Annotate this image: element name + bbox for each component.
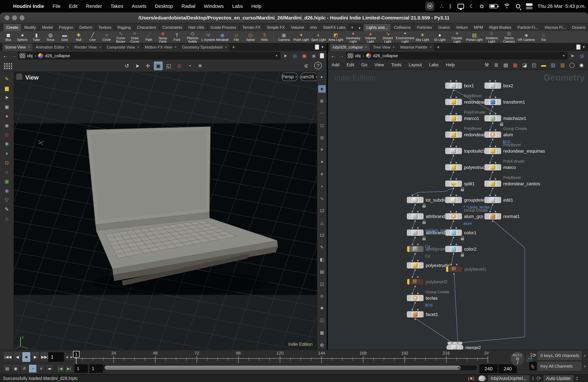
network-path-field[interactable]: obj › d26_collapse ▼ (346, 52, 567, 60)
simulation-signal-icon[interactable]: () (466, 375, 476, 382)
pane-maximize-icon[interactable] (315, 44, 319, 50)
node-input-connector[interactable] (489, 113, 491, 115)
network-node[interactable]: normal1 (484, 213, 501, 220)
menubar-item[interactable]: Assets (132, 3, 147, 9)
node-name-label[interactable]: color2 (464, 247, 476, 252)
shelf-tab[interactable]: Viscous Fl... (541, 24, 569, 31)
network-node[interactable]: matchsize1 (484, 115, 501, 122)
shelf-tool[interactable]: ╱ Line (85, 31, 100, 43)
shelf-tab[interactable]: Rigid Bodies (486, 24, 514, 31)
node-input-connector[interactable] (450, 96, 452, 98)
shelf-tool[interactable]: ♦ Geometry Light (344, 31, 362, 43)
no-live-icon[interactable]: ⊘ (175, 62, 184, 70)
add-pane-tab-button[interactable]: + (230, 43, 237, 51)
node-input-connector[interactable] (489, 146, 491, 147)
shelf-tab[interactable]: Rigging (114, 24, 134, 31)
camera-view-icon[interactable]: ▣ (154, 62, 163, 70)
shelf-tab[interactable]: eho (307, 24, 320, 31)
node-input-connector[interactable] (457, 342, 459, 344)
node-input-connector[interactable] (450, 146, 452, 147)
paint-bottom-icon[interactable]: ✎ (2, 205, 11, 214)
node-input-connector[interactable] (450, 80, 452, 82)
layout-links-icon[interactable]: ⚟ (302, 62, 311, 71)
point-icon[interactable]: • (318, 183, 326, 190)
node-input-connector[interactable] (450, 162, 452, 164)
shelf-tab[interactable]: Modify (21, 24, 39, 31)
node-output-connector[interactable] (453, 106, 454, 108)
timeline-ruler[interactable]: 24487296120144168192216240 (74, 351, 488, 364)
node-output-connector[interactable] (492, 106, 494, 108)
node-output-connector[interactable] (453, 89, 454, 91)
node-name-label[interactable]: normal1 (503, 214, 520, 219)
node-input-connector[interactable] (489, 178, 491, 180)
node-input-connector[interactable] (489, 96, 491, 98)
node-input-connector[interactable] (455, 129, 457, 131)
image-browser-icon[interactable]: ◪ (521, 62, 528, 69)
network-node[interactable]: Group Create alum $OS (484, 131, 501, 138)
menubar-item[interactable]: Windows (204, 3, 224, 9)
node-input-connector[interactable] (411, 260, 413, 262)
node-input-connector[interactable] (489, 129, 491, 131)
node-input-connector[interactable] (450, 194, 452, 196)
close-tab-icon[interactable]: × (67, 45, 69, 49)
update-spinner-icon[interactable]: ▲▼ (576, 376, 578, 381)
node-input-connector[interactable] (417, 243, 419, 245)
node-name-label[interactable]: split1 (464, 181, 475, 186)
shelf-tool[interactable]: ◎ Spiral (243, 31, 257, 43)
wave-icon[interactable]: ∿ (318, 195, 326, 202)
app-menu[interactable]: Houdini Indie (13, 3, 44, 9)
channel-graph-icon[interactable] (529, 362, 537, 370)
shelf-tab[interactable]: Polygon (56, 24, 76, 31)
shelf-tool[interactable]: ☀ Sky Light (414, 31, 431, 43)
follow-selection-icon[interactable]: ◎ (291, 53, 298, 59)
matsphere-icon[interactable]: ◍ (318, 341, 326, 349)
node-input-connector[interactable] (417, 293, 419, 294)
snap-grid-icon[interactable]: ⊞ (318, 97, 326, 105)
path-root[interactable]: obj (355, 53, 361, 58)
path-dropdown-icon[interactable]: ▼ (562, 54, 565, 58)
shelf-tab[interactable]: Texture (95, 24, 114, 31)
node-input-connector[interactable] (455, 162, 457, 164)
shelf-tool[interactable]: ↘ Distant Light (379, 31, 397, 43)
shelf-tab[interactable]: SideFX Labs (320, 24, 349, 31)
node-output-connector[interactable] (453, 122, 454, 124)
find-icon[interactable]: ◯ (568, 62, 576, 69)
shelf-tabs-dropdown-icon[interactable]: ▼ (356, 26, 363, 31)
node-name-label[interactable]: transform1 (503, 100, 525, 105)
network-tree-icon[interactable]: ≣ (493, 62, 500, 69)
node-output-connector[interactable] (492, 155, 494, 157)
node-input-connector[interactable] (411, 211, 413, 212)
shelf-tool[interactable]: ▱ File (229, 31, 243, 43)
network-node[interactable]: color2 (445, 246, 462, 252)
network-node[interactable]: Group Create teclas $OS (407, 295, 424, 301)
node-input-connector[interactable] (451, 342, 453, 344)
close-tab-icon[interactable]: × (430, 45, 432, 49)
timeline-scroll-thumb[interactable] (105, 366, 461, 370)
node-output-connector[interactable] (453, 204, 454, 206)
network-menu-item[interactable]: Go (361, 63, 367, 67)
auto-key-button[interactable]: AUTO (510, 351, 525, 366)
path-node[interactable]: d26_collapse (45, 53, 70, 58)
range-start-field[interactable]: 1 (74, 364, 88, 373)
sim-controls-icon[interactable]: ◂▸ (46, 364, 54, 373)
level-badge[interactable]: 12 (318, 207, 326, 214)
node-name-label[interactable]: polybevel2 (426, 279, 447, 284)
node-output-connector[interactable] (414, 318, 416, 320)
shelf-tool[interactable]: ◌ Sw (535, 31, 552, 43)
playbar-display-icon[interactable]: ▤ (3, 364, 11, 373)
menubar-item[interactable]: Takes (110, 3, 123, 9)
close-tab-icon[interactable]: × (225, 45, 227, 49)
spotlight-icon[interactable] (516, 4, 520, 8)
pane-tab[interactable]: Render View× (72, 43, 104, 51)
shelf-tool[interactable]: ✚ Null (72, 31, 85, 43)
node-input-connector[interactable] (455, 227, 457, 229)
wifi-icon[interactable] (503, 4, 510, 9)
node-input-connector[interactable] (411, 243, 413, 245)
cube-green-icon[interactable]: ▣ (2, 177, 11, 186)
node-name-label[interactable]: alum (503, 132, 513, 137)
node-input-connector[interactable] (455, 178, 457, 180)
node-input-connector[interactable] (455, 194, 457, 196)
node-input-connector[interactable] (417, 227, 419, 229)
network-node[interactable]: Group Create alum_grp alum (445, 213, 462, 220)
shelf-tab[interactable]: Constraints (159, 24, 185, 31)
